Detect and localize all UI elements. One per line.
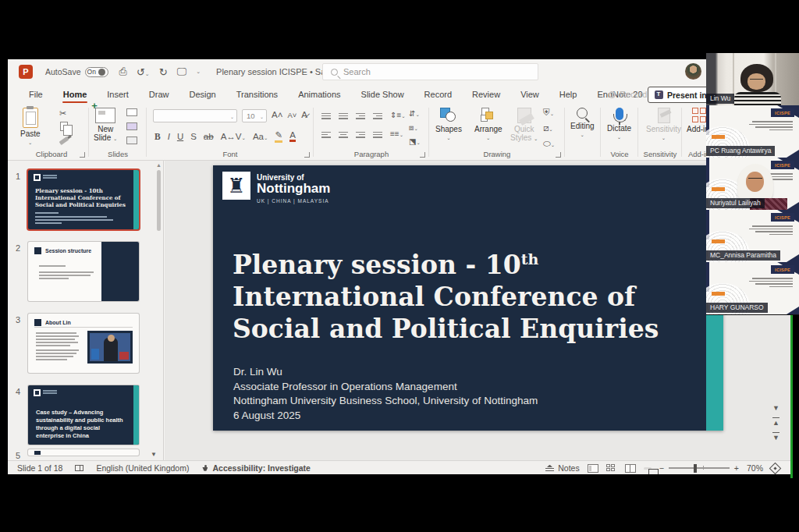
participant-video-lin-wu[interactable]: Lin Wu bbox=[706, 53, 799, 105]
change-case-icon[interactable]: Aa⌄ bbox=[253, 132, 268, 141]
thumbnail-slide-4[interactable]: 4 Case study – Advancing sustainability … bbox=[28, 385, 139, 445]
bold-icon[interactable]: B bbox=[154, 132, 161, 141]
powerpoint-app-icon[interactable]: P bbox=[19, 65, 33, 79]
columns-icon[interactable]: ≡≡⌄ bbox=[390, 129, 403, 138]
scroll-down-icon[interactable]: ▼ bbox=[772, 404, 779, 412]
slideshow-view-button[interactable] bbox=[644, 467, 652, 470]
participant-video-hary[interactable]: ICISPE HARY GUNARSO bbox=[706, 262, 799, 314]
increase-indent-icon[interactable] bbox=[373, 111, 382, 119]
thumbnail-slide-2[interactable]: 2 Session structure bbox=[28, 242, 139, 301]
zoom-in-icon[interactable]: + bbox=[734, 463, 739, 473]
account-avatar[interactable] bbox=[685, 63, 701, 80]
sensitivity-button[interactable]: Sensitivity ⌄ bbox=[646, 108, 681, 142]
tab-home[interactable]: Home bbox=[53, 86, 98, 103]
clear-formatting-icon[interactable]: A̷ bbox=[301, 110, 307, 119]
search-input[interactable]: Search bbox=[322, 63, 538, 80]
undo-icon[interactable]: ↺⌄ bbox=[137, 66, 150, 78]
participant-video-mc-annisa[interactable]: ICISPE MC_Annisa Paramitha bbox=[706, 210, 799, 262]
italic-icon[interactable]: I bbox=[168, 132, 170, 141]
strikethrough-icon[interactable]: ab bbox=[204, 132, 214, 141]
shrink-font-icon[interactable]: A˅ bbox=[287, 111, 297, 119]
justify-icon[interactable] bbox=[373, 129, 382, 137]
spellcheck-icon[interactable] bbox=[75, 465, 83, 471]
next-slide-icon[interactable]: ▼ bbox=[772, 432, 779, 442]
shapes-button[interactable]: Shapes ⌄ bbox=[435, 108, 462, 142]
convert-smartart-icon[interactable]: ⬔⌄ bbox=[409, 137, 421, 146]
numbering-icon[interactable] bbox=[339, 111, 348, 119]
align-left-icon[interactable] bbox=[321, 129, 331, 137]
font-dialog-launcher[interactable] bbox=[304, 152, 310, 158]
editing-button[interactable]: Editing ⌄ bbox=[570, 108, 595, 139]
zoom-slider[interactable]: − + bbox=[659, 463, 739, 473]
thumbnail-slide-3[interactable]: 3 About Lin bbox=[28, 314, 139, 373]
tab-review[interactable]: Review bbox=[462, 86, 510, 103]
line-spacing-icon[interactable]: ⇕≡⌄ bbox=[390, 111, 406, 119]
text-direction-icon[interactable]: ⇵⌄ bbox=[409, 109, 420, 118]
zoom-out-icon[interactable]: − bbox=[659, 463, 664, 473]
drawing-dialog-launcher[interactable] bbox=[556, 152, 561, 158]
decrease-indent-icon[interactable] bbox=[356, 111, 365, 119]
quick-styles-button[interactable]: Quick Styles ⌄ bbox=[510, 108, 538, 143]
shadow-icon[interactable]: S bbox=[190, 132, 197, 141]
grow-font-icon[interactable]: A˄ bbox=[272, 110, 282, 119]
previous-slide-icon[interactable]: ▲ bbox=[772, 417, 779, 427]
language-status[interactable]: English (United Kingdom) bbox=[96, 463, 189, 473]
record-button[interactable]: Record bbox=[609, 90, 647, 99]
zoom-track[interactable] bbox=[669, 467, 730, 468]
tab-view[interactable]: View bbox=[510, 86, 549, 103]
font-name-select[interactable]: ⌄ bbox=[153, 109, 237, 122]
highlight-color-icon[interactable]: ✎ bbox=[275, 129, 282, 143]
tab-help[interactable]: Help bbox=[549, 86, 588, 103]
scroll-up-icon[interactable]: ▲ bbox=[156, 162, 162, 168]
scrollbar-thumb[interactable] bbox=[157, 170, 161, 231]
character-spacing-icon[interactable]: A↔V⌄ bbox=[221, 132, 246, 141]
dictate-button[interactable]: Dictate ⌄ bbox=[607, 108, 631, 141]
font-color-icon[interactable]: A bbox=[289, 130, 296, 142]
autosave-control[interactable]: AutoSave On bbox=[45, 67, 108, 77]
align-right-icon[interactable] bbox=[356, 129, 365, 137]
shape-fill-icon[interactable]: ⛨⌄ bbox=[543, 108, 554, 118]
save-icon[interactable]: ⎙ bbox=[119, 66, 127, 78]
redo-icon[interactable]: ↻ bbox=[159, 66, 168, 78]
participant-video-nuriyatul[interactable]: ICISPE Nuriyatul Lailiyah bbox=[706, 158, 799, 210]
thumbnail-scrollbar[interactable]: ▲ bbox=[156, 162, 162, 459]
tab-animations[interactable]: Animations bbox=[288, 86, 350, 103]
slide-sorter-view-button[interactable] bbox=[606, 464, 617, 473]
paragraph-dialog-launcher[interactable] bbox=[420, 152, 425, 158]
align-text-icon[interactable]: ⧈⌄ bbox=[409, 123, 418, 133]
shape-effects-icon[interactable]: ⬭⌄ bbox=[543, 139, 555, 149]
start-slideshow-icon[interactable]: 🖵 bbox=[177, 66, 187, 78]
align-center-icon[interactable] bbox=[339, 129, 348, 137]
scroll-down-icon[interactable]: ▼ bbox=[151, 451, 157, 458]
main-slide[interactable]: ♜ University of Nottingham UK | CHINA | … bbox=[213, 165, 723, 431]
section-icon[interactable] bbox=[126, 137, 137, 144]
reset-slide-icon[interactable] bbox=[126, 122, 137, 130]
bullets-icon[interactable] bbox=[321, 111, 331, 119]
normal-view-button[interactable] bbox=[588, 464, 598, 473]
fit-slide-to-window-icon[interactable] bbox=[769, 462, 782, 474]
slide-layout-icon[interactable] bbox=[126, 108, 137, 116]
tab-draw[interactable]: Draw bbox=[139, 86, 179, 103]
font-size-select[interactable]: 10⌄ bbox=[242, 109, 267, 122]
new-slide-button[interactable]: New Slide ⌄ bbox=[94, 108, 117, 143]
autosave-toggle[interactable]: On bbox=[85, 67, 108, 77]
clipboard-dialog-launcher[interactable] bbox=[80, 152, 85, 158]
reading-view-button[interactable] bbox=[625, 464, 636, 473]
thumbnail-slide-1[interactable]: 1 Plenary session - 10th International C… bbox=[28, 170, 139, 229]
tab-transitions[interactable]: Transitions bbox=[226, 86, 288, 103]
tab-file[interactable]: File bbox=[19, 86, 53, 103]
zoom-level[interactable]: 70% bbox=[747, 463, 763, 473]
cut-icon[interactable]: ✂ bbox=[59, 108, 66, 119]
copy-icon[interactable] bbox=[60, 122, 68, 131]
accessibility-status[interactable]: Accessibility: Investigate bbox=[201, 463, 310, 473]
tab-insert[interactable]: Insert bbox=[97, 86, 139, 103]
notes-button[interactable]: Notes bbox=[545, 463, 579, 473]
shape-outline-icon[interactable]: ⧄⌄ bbox=[543, 123, 553, 133]
participant-video-pc-ruang[interactable]: ICISPE PC Ruang Antawirya bbox=[706, 105, 799, 158]
tab-slide-show[interactable]: Slide Show bbox=[351, 86, 414, 103]
zoom-knob[interactable] bbox=[694, 464, 697, 473]
format-painter-icon[interactable] bbox=[59, 137, 69, 145]
customize-toolbar-icon[interactable]: ⌄ bbox=[196, 69, 201, 75]
tab-design[interactable]: Design bbox=[179, 86, 225, 103]
arrange-button[interactable]: Arrange ⌄ bbox=[474, 108, 502, 142]
